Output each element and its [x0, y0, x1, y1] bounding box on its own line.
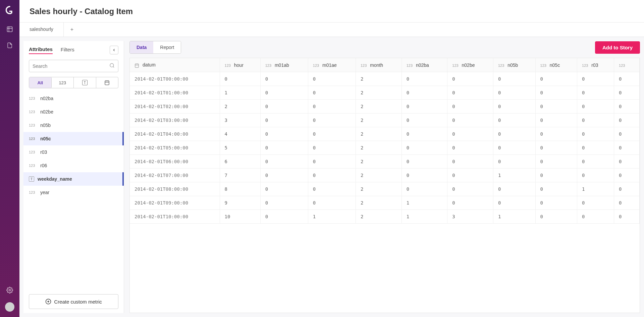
sidebar-tab-attributes[interactable]: Attributes: [29, 46, 53, 54]
table-cell: 0: [614, 169, 640, 182]
table-cell: 5: [220, 141, 260, 155]
numeric-type-icon: 123: [265, 63, 271, 67]
table-cell: 0: [493, 155, 535, 169]
column-header-m01ab[interactable]: 123 m01ab: [260, 58, 308, 72]
filter-all[interactable]: All: [29, 77, 52, 88]
create-metric-label: Create custom metric: [54, 299, 102, 305]
attribute-label: n05b: [40, 123, 51, 128]
table-cell: 0: [577, 86, 614, 100]
table-cell: 0: [308, 72, 356, 86]
sidebar-tab-filters[interactable]: Filters: [61, 47, 74, 54]
table-cell: 0: [493, 114, 535, 127]
column-header-r03[interactable]: 123 r03: [577, 58, 614, 72]
view-data-button[interactable]: Data: [130, 41, 153, 53]
table-cell: 0: [493, 127, 535, 141]
table-row: 2014-02-01T01:00:001002000000: [130, 86, 640, 100]
table-cell: 0: [535, 155, 577, 169]
attribute-item-n02ba[interactable]: 123n02ba: [23, 92, 124, 105]
column-header-n05c[interactable]: 123 n05c: [535, 58, 577, 72]
svg-line-5: [113, 66, 114, 67]
table-cell: 0: [260, 127, 308, 141]
attribute-list: 123n02ba123n02be123n05b123n05c123r03123r…: [23, 92, 124, 290]
attribute-item-weekday_name[interactable]: Tweekday_name: [23, 172, 124, 186]
table-cell: 0: [401, 182, 447, 196]
data-table-wrap[interactable]: datum123 hour123 m01ab123 m01ae123 month…: [129, 58, 640, 313]
nav-rail: [0, 0, 19, 317]
column-header-n02be[interactable]: 123 n02be: [447, 58, 493, 72]
user-avatar[interactable]: [5, 302, 14, 312]
attribute-label: r06: [40, 163, 47, 168]
table-cell: 0: [614, 114, 640, 127]
numeric-type-icon: 123: [313, 63, 319, 67]
table-cell: 0: [308, 196, 356, 210]
nav-data-icon[interactable]: [6, 25, 14, 33]
table-cell: 0: [493, 182, 535, 196]
table-cell: 6: [220, 155, 260, 169]
table-row: 2014-02-01T09:00:009002100000: [130, 196, 640, 210]
table-cell: 7: [220, 169, 260, 182]
column-header-month[interactable]: 123 month: [356, 58, 402, 72]
search-input[interactable]: [33, 63, 109, 69]
numeric-type-icon: 123: [582, 63, 588, 67]
nav-settings-icon[interactable]: [6, 286, 14, 294]
table-cell: 0: [493, 86, 535, 100]
table-cell: 0: [308, 141, 356, 155]
attribute-item-year[interactable]: 123year: [23, 186, 124, 199]
attribute-item-n02be[interactable]: 123n02be: [23, 105, 124, 119]
column-header-n05b[interactable]: 123 n05b: [493, 58, 535, 72]
numeric-type-icon: 123: [29, 164, 37, 168]
view-toggle: Data Report: [129, 41, 181, 54]
table-cell: 0: [260, 210, 308, 224]
attribute-item-n05b[interactable]: 123n05b: [23, 119, 124, 132]
sidebar-collapse-button[interactable]: [110, 46, 118, 54]
add-to-story-button[interactable]: Add to Story: [595, 41, 640, 54]
filter-date[interactable]: [96, 77, 118, 88]
tab-saleshourly[interactable]: saleshourly: [19, 22, 64, 37]
table-cell: 2014-02-01T01:00:00: [130, 86, 220, 100]
table-cell: 2: [356, 182, 402, 196]
table-cell: 0: [447, 196, 493, 210]
table-cell: 1: [220, 86, 260, 100]
table-cell: 2: [356, 127, 402, 141]
search-input-wrap: [29, 60, 118, 72]
nav-document-icon[interactable]: [6, 41, 14, 49]
table-cell: 2014-02-01T03:00:00: [130, 114, 220, 127]
calendar-icon: [135, 63, 139, 67]
table-cell: 0: [260, 182, 308, 196]
table-cell: 1: [493, 169, 535, 182]
create-custom-metric-button[interactable]: Create custom metric: [29, 294, 118, 309]
column-header-extra[interactable]: 123: [614, 58, 640, 72]
attribute-label: weekday_name: [38, 176, 72, 182]
table-cell: 0: [493, 100, 535, 114]
table-cell: 0: [447, 169, 493, 182]
numeric-type-icon: 123: [29, 137, 37, 141]
view-report-button[interactable]: Report: [153, 41, 181, 53]
table-cell: 0: [220, 72, 260, 86]
table-cell: 2014-02-01T00:00:00: [130, 72, 220, 86]
table-cell: 0: [577, 72, 614, 86]
table-cell: 0: [614, 86, 640, 100]
table-cell: 0: [260, 141, 308, 155]
column-header-datum[interactable]: datum: [130, 58, 220, 72]
table-cell: 0: [401, 100, 447, 114]
attribute-item-r06[interactable]: 123r06: [23, 159, 124, 172]
filter-text[interactable]: T: [74, 77, 96, 88]
column-header-n02ba[interactable]: 123 n02ba: [401, 58, 447, 72]
column-header-hour[interactable]: 123 hour: [220, 58, 260, 72]
tab-add[interactable]: +: [64, 22, 80, 37]
table-cell: 0: [260, 86, 308, 100]
attribute-item-r03[interactable]: 123r03: [23, 145, 124, 159]
page-title: Sales hourly - Catalog Item: [30, 7, 634, 16]
column-header-m01ae[interactable]: 123 m01ae: [308, 58, 356, 72]
table-row: 2014-02-01T06:00:006002000000: [130, 155, 640, 169]
attribute-item-n05c[interactable]: 123n05c: [23, 132, 124, 145]
table-cell: 0: [535, 100, 577, 114]
numeric-type-icon: 123: [619, 63, 625, 67]
table-cell: 2: [356, 100, 402, 114]
data-table: datum123 hour123 m01ab123 m01ae123 month…: [130, 58, 640, 224]
filter-numeric[interactable]: 123: [52, 77, 74, 88]
table-cell: 0: [260, 72, 308, 86]
table-cell: 0: [535, 127, 577, 141]
attribute-label: n02be: [40, 109, 53, 115]
svg-rect-6: [105, 81, 109, 85]
